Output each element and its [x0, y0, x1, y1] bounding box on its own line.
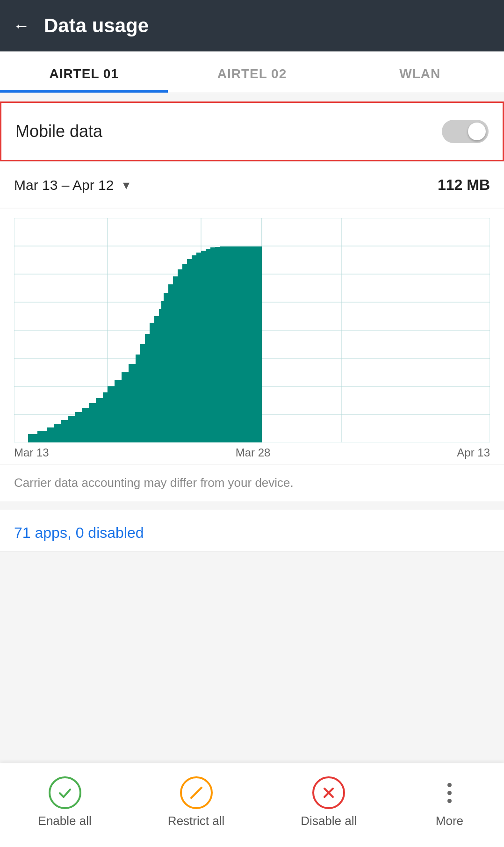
- enable-all-button[interactable]: Enable all: [38, 776, 92, 828]
- apps-summary-text: 71 apps, 0 disabled: [14, 524, 144, 541]
- date-range-selector[interactable]: Mar 13 – Apr 12 ▾: [14, 177, 130, 193]
- page-title: Data usage: [44, 14, 149, 37]
- app-header: ← Data usage: [0, 0, 504, 51]
- chart-label-mar28: Mar 28: [236, 446, 271, 459]
- date-range-text: Mar 13 – Apr 12: [14, 177, 114, 193]
- tab-airtel02[interactable]: AIRTEL 02: [168, 51, 336, 93]
- more-icon: [433, 776, 466, 809]
- tab-bar: AIRTEL 01 AIRTEL 02 WLAN: [0, 51, 504, 93]
- mobile-data-toggle[interactable]: [442, 120, 489, 143]
- tab-airtel01[interactable]: AIRTEL 01: [0, 51, 168, 93]
- disable-all-button[interactable]: Disable all: [301, 776, 357, 828]
- restrict-all-label: Restrict all: [168, 814, 224, 828]
- action-bar: Enable all Restrict all Disable all More: [0, 763, 504, 847]
- mobile-data-row: Mobile data: [0, 101, 504, 161]
- svg-marker-15: [28, 246, 262, 442]
- back-button[interactable]: ←: [13, 16, 30, 36]
- apps-summary[interactable]: 71 apps, 0 disabled: [0, 510, 504, 551]
- chart-svg: [14, 218, 490, 442]
- chart-label-apr13: Apr 13: [457, 446, 490, 459]
- mobile-data-label: Mobile data: [15, 122, 102, 141]
- chart-label-mar13: Mar 13: [14, 446, 49, 459]
- more-label: More: [436, 814, 463, 828]
- disable-all-icon: [312, 776, 345, 809]
- chart-x-labels: Mar 13 Mar 28 Apr 13: [14, 442, 490, 459]
- tab-wlan[interactable]: WLAN: [336, 51, 504, 93]
- chevron-down-icon: ▾: [123, 177, 130, 193]
- enable-all-icon: [49, 776, 81, 809]
- restrict-all-button[interactable]: Restrict all: [168, 776, 224, 828]
- svg-line-16: [191, 788, 202, 798]
- more-button[interactable]: More: [433, 776, 466, 828]
- disable-all-label: Disable all: [301, 814, 357, 828]
- date-range-row: Mar 13 – Apr 12 ▾ 112 MB: [0, 162, 504, 208]
- restrict-all-icon: [180, 776, 213, 809]
- chart-container: Mar 13 Mar 28 Apr 13: [0, 209, 504, 464]
- data-usage-chart: [14, 218, 490, 442]
- data-amount: 112 MB: [438, 176, 490, 194]
- enable-all-label: Enable all: [38, 814, 92, 828]
- disclaimer-text: Carrier data accounting may differ from …: [0, 464, 504, 501]
